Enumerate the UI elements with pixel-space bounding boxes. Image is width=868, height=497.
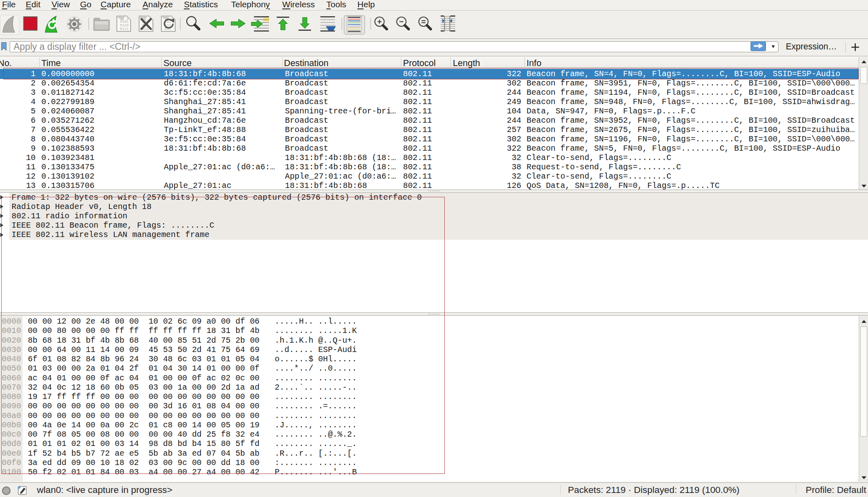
svg-text:0111: 0111 bbox=[120, 27, 129, 31]
